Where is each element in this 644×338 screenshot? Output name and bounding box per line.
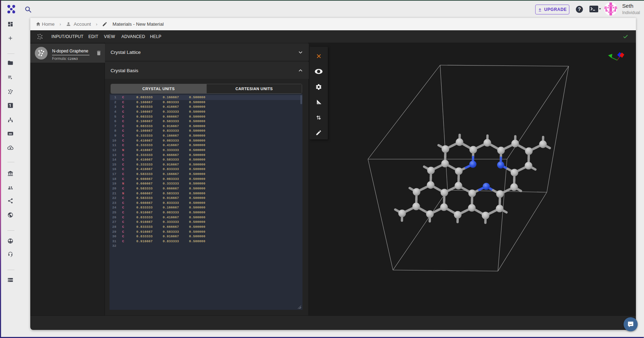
svg-text:?: ? [578, 6, 581, 12]
